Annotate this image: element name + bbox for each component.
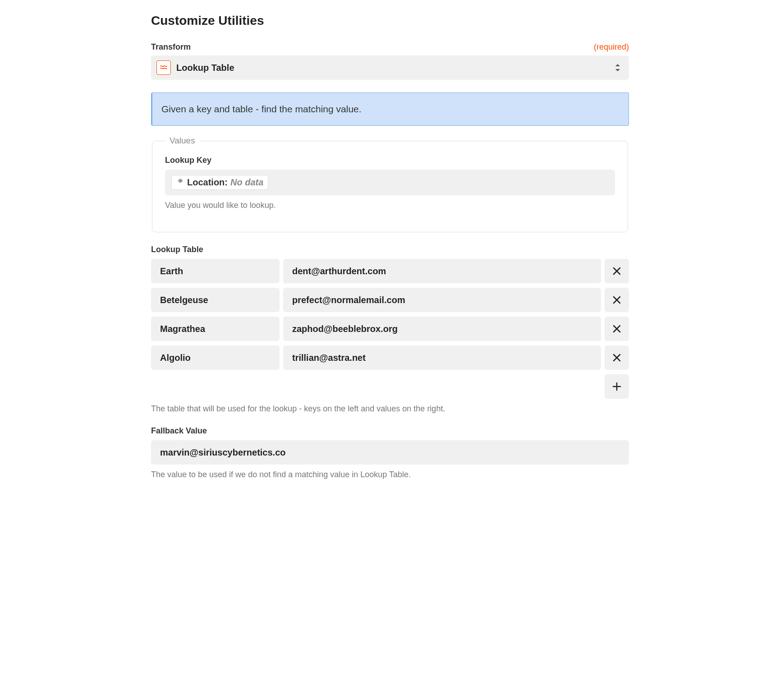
lookup-key-field-value: No data — [230, 177, 263, 188]
lookup-key-label: Lookup Key — [165, 156, 615, 165]
table-row: Magratheazaphod@beeblebrox.org — [151, 317, 629, 341]
lookup-table-label: Lookup Table — [151, 245, 629, 254]
transform-label: Transform — [151, 42, 191, 52]
lookup-key-cell[interactable]: Betelgeuse — [151, 288, 280, 312]
info-banner: Given a key and table - find the matchin… — [151, 92, 629, 126]
transform-select[interactable]: Lookup Table — [151, 55, 629, 80]
fallback-label: Fallback Value — [151, 426, 629, 436]
delete-row-button[interactable] — [605, 259, 629, 283]
delete-row-button[interactable] — [605, 345, 629, 370]
fallback-input[interactable]: marvin@siriuscybernetics.co — [151, 440, 629, 465]
select-arrows-icon — [615, 63, 621, 73]
lookup-table-help: The table that will be used for the look… — [151, 404, 629, 414]
lookup-value-cell[interactable]: zaphod@beeblebrox.org — [283, 317, 601, 341]
lookup-key-field-name: Location: — [187, 177, 228, 188]
lookup-table-rows: Earthdent@arthurdent.comBetelgeuseprefec… — [151, 259, 629, 370]
lookup-key-help: Value you would like to lookup. — [165, 201, 615, 210]
transform-icon — [156, 60, 171, 75]
values-fieldset: Values Lookup Key Location: No data Valu… — [152, 136, 628, 232]
lookup-key-cell[interactable]: Earth — [151, 259, 280, 283]
required-indicator: (required) — [594, 42, 629, 52]
table-row: Betelgeuseprefect@normalemail.com — [151, 288, 629, 312]
page-title: Customize Utilities — [151, 14, 629, 28]
transform-selected-value: Lookup Table — [176, 63, 234, 73]
lookup-value-cell[interactable]: dent@arthurdent.com — [283, 259, 601, 283]
delete-row-button[interactable] — [605, 288, 629, 312]
lookup-value-cell[interactable]: trillian@astra.net — [283, 345, 601, 370]
delete-row-button[interactable] — [605, 317, 629, 341]
values-legend: Values — [165, 136, 200, 146]
lookup-key-cell[interactable]: Algolio — [151, 345, 280, 370]
lookup-key-input[interactable]: Location: No data — [165, 170, 615, 195]
lookup-value-cell[interactable]: prefect@normalemail.com — [283, 288, 601, 312]
lookup-key-cell[interactable]: Magrathea — [151, 317, 280, 341]
table-row: Algoliotrillian@astra.net — [151, 345, 629, 370]
table-row: Earthdent@arthurdent.com — [151, 259, 629, 283]
gear-icon — [176, 178, 184, 188]
lookup-key-pill[interactable]: Location: No data — [171, 175, 268, 190]
fallback-help: The value to be used if we do not find a… — [151, 470, 629, 479]
add-row-button[interactable] — [605, 374, 629, 399]
